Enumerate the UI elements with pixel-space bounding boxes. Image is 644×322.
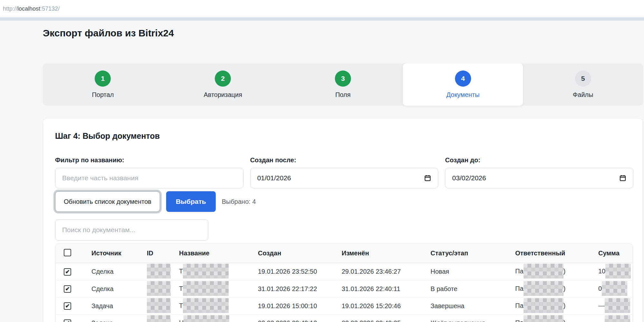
cell-name: Т: [172, 299, 251, 313]
url-port: :57132/: [40, 5, 60, 12]
refresh-documents-button[interactable]: Обновить список документов: [55, 191, 160, 212]
col-status[interactable]: Статус/этап: [423, 250, 508, 257]
cell-status: Завершена: [423, 302, 508, 310]
select-button[interactable]: Выбрать: [166, 191, 216, 212]
step-number-badge: 1: [95, 71, 111, 87]
step-documents[interactable]: 4 Документы: [403, 63, 523, 106]
cell-created: 02.03.2026 09:49:13: [251, 319, 335, 322]
created-before-value: 03/02/2026: [452, 174, 486, 182]
filter-name-label: Фильтр по названию:: [55, 156, 243, 164]
cell-id: [140, 316, 172, 322]
redacted-responsible: [524, 315, 564, 322]
cell-name: Т: [172, 265, 251, 279]
step-portal[interactable]: 1 Портал: [43, 63, 163, 106]
documents-table: Источник ID Название Создан Изменён Стат…: [55, 243, 633, 322]
table-row[interactable]: ✔ Задача Т 19.01.2026 15:00:10 19.01.202…: [55, 297, 633, 314]
redacted-name: [184, 315, 229, 322]
wizard-stepper: 1 Портал 2 Авторизация 3 Поля 4 Документ…: [43, 63, 643, 106]
redacted-responsible: [524, 298, 564, 313]
step-files[interactable]: 5 Файлы: [523, 63, 643, 106]
cell-status: В работе: [423, 285, 508, 293]
page-top-divider: [0, 17, 644, 21]
calendar-icon[interactable]: [424, 175, 431, 182]
row-checkbox[interactable]: ✔: [64, 319, 71, 322]
cell-amount: 10: [591, 265, 633, 279]
cell-modified: 19.01.2026 15:20:46: [335, 302, 423, 310]
cell-id: [140, 299, 172, 313]
filter-name-field: Фильтр по названию:: [55, 156, 243, 188]
row-checkbox[interactable]: ✔: [64, 285, 71, 293]
cell-created: 19.01.2026 15:00:10: [251, 302, 335, 310]
col-created[interactable]: Создан: [251, 250, 335, 257]
search-wrap: [55, 219, 208, 241]
redacted-name: [183, 298, 229, 313]
url-host: localhost: [17, 5, 40, 12]
cell-source: Задача: [84, 302, 140, 310]
redacted-name: [183, 264, 229, 279]
redacted-amount: [605, 315, 630, 322]
cell-id: [140, 265, 172, 279]
calendar-icon[interactable]: [619, 175, 626, 182]
step-label: Поля: [335, 91, 351, 99]
cell-source: Сделка: [84, 285, 140, 293]
redacted-amount: [605, 298, 630, 313]
cell-created: 19.01.2026 23:52:50: [251, 268, 335, 275]
document-search-input[interactable]: [55, 219, 208, 241]
created-before-label: Создан до:: [445, 156, 633, 164]
cell-amount: 0: [591, 282, 633, 296]
cell-name: Н: [172, 316, 251, 322]
select-all-checkbox[interactable]: [64, 249, 71, 256]
step-authorization[interactable]: 2 Авторизация: [163, 63, 283, 106]
col-amount[interactable]: Сумма: [591, 250, 633, 257]
url-scheme: http://: [3, 5, 17, 12]
created-before-field: Создан до: 03/02/2026: [445, 156, 633, 188]
redacted-id: [147, 298, 171, 313]
table-row[interactable]: ✔ Задача Н 02.03.2026 09:49:13 02.03.202…: [55, 314, 633, 322]
step-number-badge: 5: [575, 71, 591, 87]
redacted-name: [183, 281, 229, 296]
table-row[interactable]: ✔ Сделка Т 31.01.2026 22:17:22 31.01.202…: [55, 280, 633, 297]
cell-source: Сделка: [84, 268, 140, 275]
col-name[interactable]: Название: [172, 250, 251, 257]
step-label: Файлы: [573, 91, 593, 99]
cell-responsible: Па): [508, 316, 591, 322]
cell-responsible: Па): [508, 265, 591, 279]
selected-count: Выбрано: 4: [222, 198, 256, 205]
created-after-value: 01/01/2026: [257, 174, 291, 182]
created-after-label: Создан после:: [250, 156, 439, 164]
redacted-amount: [605, 264, 631, 279]
cell-name: Т: [172, 282, 251, 296]
step4-panel: Шаг 4: Выбор документов Фильтр по назван…: [43, 118, 643, 322]
step-fields[interactable]: 3 Поля: [283, 63, 403, 106]
page-title: Экспорт файлов из Bitrix24: [43, 28, 174, 39]
col-modified[interactable]: Изменён: [335, 250, 423, 257]
cell-modified: 31.01.2026 22:40:11: [335, 285, 423, 293]
table-row[interactable]: ✔ Сделка Т 19.01.2026 23:52:50 29.01.202…: [55, 263, 633, 280]
row-checkbox[interactable]: ✔: [64, 302, 71, 310]
cell-source: Задача: [84, 319, 140, 322]
cell-status: Новая: [423, 268, 508, 275]
col-responsible[interactable]: Ответственный: [508, 250, 591, 257]
table-header-row: Источник ID Название Создан Изменён Стат…: [55, 244, 633, 263]
cell-id: [140, 282, 172, 296]
cell-responsible: Па): [508, 282, 591, 296]
step-number-badge: 4: [455, 71, 471, 87]
col-id[interactable]: ID: [140, 250, 172, 257]
step-label: Авторизация: [204, 91, 242, 99]
redacted-id: [147, 315, 171, 322]
cell-modified: 02.03.2026 09:49:35: [335, 319, 423, 322]
actions-row: Обновить список документов Выбрать Выбра…: [55, 191, 256, 212]
created-before-input[interactable]: 03/02/2026: [445, 168, 633, 188]
step-label: Документы: [446, 91, 479, 99]
col-source[interactable]: Источник: [84, 250, 140, 257]
browser-address-bar[interactable]: http://localhost:57132/: [0, 0, 644, 17]
step-label: Портал: [92, 91, 114, 99]
redacted-id: [147, 281, 171, 296]
created-after-input[interactable]: 01/01/2026: [250, 168, 439, 188]
cell-modified: 29.01.2026 23:46:27: [335, 268, 423, 275]
row-checkbox[interactable]: ✔: [64, 268, 71, 276]
filters-row: Фильтр по названию: Создан после: 01/01/…: [55, 156, 633, 188]
table-body: ✔ Сделка Т 19.01.2026 23:52:50 29.01.202…: [55, 263, 633, 322]
filter-name-input[interactable]: [55, 168, 243, 188]
step-number-badge: 3: [335, 71, 351, 87]
